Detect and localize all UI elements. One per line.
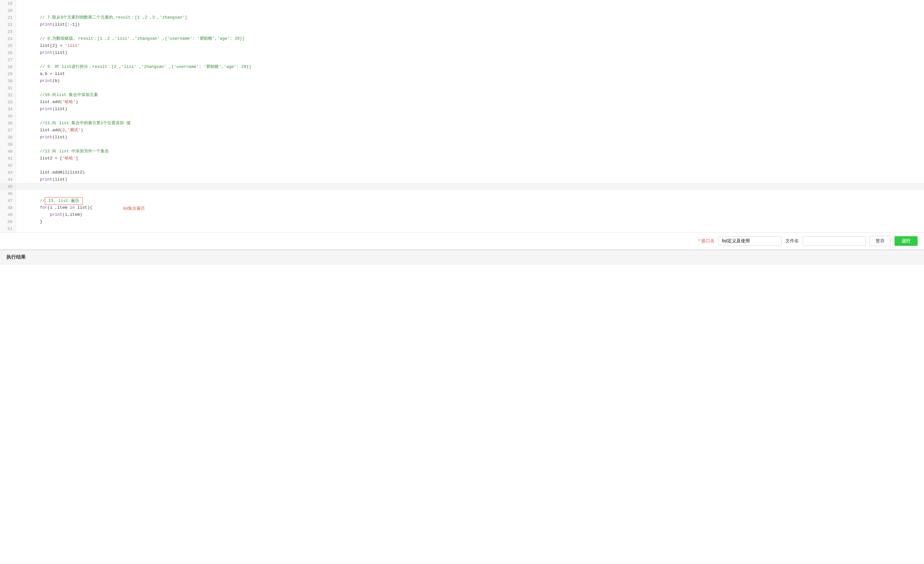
line-num-23: 23 [0, 28, 16, 35]
comment-7: // 7.取从0个元素到倒数第二个元素的,result：[1 ,2 ,3 ,'z… [40, 15, 187, 20]
line-41 [16, 155, 924, 162]
line-22 [16, 21, 924, 28]
line-50 [16, 218, 924, 225]
comment-12: //12.向 list 中添加另外一个集合 [40, 149, 109, 154]
func-print-37: print [40, 135, 52, 140]
line-num-32: 32 [0, 92, 16, 99]
save-button[interactable]: 暂存 [870, 236, 891, 246]
editor-container: 19 20 21 22 23 24 25 26 27 28 29 30 31 3… [0, 0, 924, 250]
line-num-37: 37 [0, 127, 16, 134]
line-num-43: 43 [0, 169, 16, 176]
line-49: } [16, 211, 924, 218]
result-body [0, 264, 924, 290]
func-print-25: print [40, 50, 52, 55]
line-26 [16, 49, 924, 56]
interface-name-label: 接口名 [698, 238, 715, 244]
line-num-28: 28 [0, 63, 16, 70]
comment-10: //10.向list 集合中添加元素 [40, 93, 98, 97]
line-num-44: 44 [0, 176, 16, 183]
line-num-46: 46 [0, 190, 16, 197]
line-num-35: 35 [0, 112, 16, 120]
line-num-31: 31 [0, 84, 16, 92]
line-num-51: 51 [0, 225, 16, 232]
line-35: //11.向 list 集合中的索引第2个位置添加 值 [16, 112, 924, 120]
toolbar: 接口名 文件名 暂存 运行 [0, 232, 924, 249]
func-print-21: print [40, 22, 52, 27]
line-num-27: 27 [0, 56, 16, 63]
line-36: list.add(2,'测试') [16, 120, 924, 127]
line-num-49: 49 [0, 211, 16, 218]
line-20: // 7.取从0个元素到倒数第二个元素的,result：[1 ,2 ,3 ,'z… [16, 7, 924, 14]
line-num-50: 50 [0, 218, 16, 225]
annotation-list-traverse: list集合遍历 [123, 206, 145, 211]
line-num-26: 26 [0, 49, 16, 56]
line-num-25: 25 [0, 42, 16, 49]
line-37: print(list) [16, 127, 924, 134]
line-num-39: 39 [0, 141, 16, 148]
comment-11: //11.向 list 集合中的索引第2个位置添加 值 [40, 121, 130, 126]
line-num-45: 45 [0, 183, 16, 190]
line-47: for(i ,item in list){ [16, 197, 924, 204]
result-section: 执行结果 [0, 250, 924, 290]
line-38 [16, 134, 924, 141]
line-num-47: 47 [0, 197, 16, 204]
line-num-20: 20 [0, 7, 16, 14]
line-34 [16, 106, 924, 112]
line-num-40: 40 [0, 148, 16, 155]
line-48: print(i,item) [16, 204, 924, 211]
line-num-21: 21 [0, 14, 16, 21]
run-button[interactable]: 运行 [894, 236, 918, 246]
func-print-48: print [50, 212, 62, 217]
line-num-41: 41 [0, 155, 16, 162]
func-print-33: print [40, 106, 52, 111]
line-25: print(list) [16, 42, 924, 49]
line-num-22: 22 [0, 21, 16, 28]
func-print-29: print [40, 78, 52, 83]
line-23: // 8.为数组赋值, result：[1 ,2 ,'lisi' ,'zhang… [16, 28, 924, 35]
func-print-43: print [40, 177, 52, 182]
line-num-42: 42 [0, 162, 16, 169]
line-39: //12.向 list 中添加另外一个集合 [16, 141, 924, 148]
line-30 [16, 78, 924, 84]
interface-name-input[interactable] [718, 236, 782, 246]
line-numbers: 19 20 21 22 23 24 25 26 27 28 29 30 31 3… [0, 0, 16, 232]
line-29: print(b) [16, 70, 924, 78]
line-num-36: 36 [0, 120, 16, 127]
line-27: // 9. 对 list进行拆分，result：[2 ,'lisi' ,'zha… [16, 56, 924, 63]
comment-8: // 8.为数组赋值, result：[1 ,2 ,'lisi' ,'zhang… [40, 36, 244, 41]
line-num-19: 19 [0, 0, 16, 7]
line-num-29: 29 [0, 70, 16, 78]
line-num-38: 38 [0, 134, 16, 141]
file-name-input[interactable] [802, 236, 866, 246]
line-19 [16, 0, 924, 7]
line-44 [16, 176, 924, 183]
result-header: 执行结果 [0, 250, 924, 264]
line-45 [16, 183, 924, 190]
line-num-34: 34 [0, 106, 16, 112]
line-num-33: 33 [0, 99, 16, 106]
comment-9: // 9. 对 list进行拆分，result：[2 ,'lisi' ,'zha… [40, 64, 251, 69]
comment-13: // 13. list 遍历 [40, 198, 82, 203]
line-num-24: 24 [0, 35, 16, 42]
code-lines: // 7.取从0个元素到倒数第二个元素的,result：[1 ,2 ,3 ,'z… [16, 0, 924, 232]
line-31: //10.向list 集合中添加元素 [16, 84, 924, 92]
line-33: print(list) [16, 99, 924, 106]
line-32: list.add('哈哈') [16, 92, 924, 99]
line-num-30: 30 [0, 78, 16, 84]
line-43: print(list) [16, 169, 924, 176]
line-42: list.addAll(list2) [16, 162, 924, 169]
line-51 [16, 225, 924, 232]
line-46: // 13. list 遍历 list集合遍历 [16, 190, 924, 197]
line-40: list2 = ['哈哈'] [16, 148, 924, 155]
code-area: 19 20 21 22 23 24 25 26 27 28 29 30 31 3… [0, 0, 924, 232]
file-name-label: 文件名 [785, 238, 799, 244]
boxed-13: 13. list 遍历 [45, 197, 82, 205]
line-num-48: 48 [0, 204, 16, 211]
